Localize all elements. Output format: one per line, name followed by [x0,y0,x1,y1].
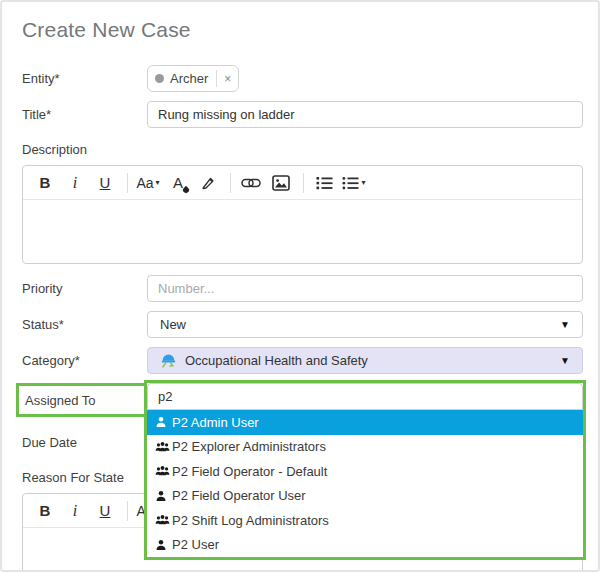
form-row-status: Status* New ▼ [22,311,583,338]
description-label: Description [22,142,583,157]
highlighter-button[interactable] [196,171,220,195]
dropdown-option[interactable]: P2 Explorer Administrators [147,435,583,460]
remove-tag-icon[interactable]: × [224,73,231,85]
option-label: P2 Shift Log Administrators [172,513,329,528]
priority-input[interactable] [147,275,583,302]
category-select[interactable]: Occupational Health and Safety ▼ [147,347,583,374]
entity-field[interactable]: Archer × [147,65,583,92]
color-droplet-icon [182,185,190,193]
option-label: P2 Admin User [172,415,259,430]
user-icon [155,539,172,551]
category-value: Occupational Health and Safety [185,353,368,368]
category-label: Category* [22,353,147,368]
font-size-label: Aa [136,175,153,191]
dropdown-option[interactable]: P2 Shift Log Administrators [147,508,583,533]
ordered-list-icon [316,176,333,190]
toolbar-separator [303,173,304,193]
page-title: Create New Case [22,18,583,42]
bold-button[interactable]: B [33,499,57,523]
title-input[interactable] [147,101,583,128]
toolbar-separator [127,501,128,521]
caret-down-icon: ▾ [361,178,365,187]
form-row-assigned-to: Assigned To P2 Admin User [22,383,583,417]
assigned-to-label-annotation: Assigned To [16,383,147,417]
entity-tag: Archer × [147,65,239,92]
font-color-label: A [173,174,183,191]
user-icon [155,490,172,502]
option-label: P2 Field Operator User [172,488,306,503]
dropdown-option[interactable]: P2 Field Operator - Default [147,459,583,484]
case-form: Entity* Archer × Title* Description B [22,65,583,572]
dropdown-option[interactable]: P2 Admin User [147,410,583,435]
hard-hat-icon [160,352,177,369]
option-label: P2 Explorer Administrators [172,439,326,454]
italic-button[interactable]: i [63,499,87,523]
assigned-to-dropdown: P2 Admin User P2 Explorer Administrators [147,410,583,557]
unordered-list-button[interactable]: ▾ [342,171,366,195]
underline-button[interactable]: U [93,499,117,523]
status-select[interactable]: New ▼ [147,311,583,338]
option-label: P2 Field Operator - Default [172,464,327,479]
image-icon [272,175,290,191]
underline-button[interactable]: U [93,171,117,195]
highlighter-icon [200,175,216,191]
create-case-dialog: Create New Case Entity* Archer × Title* … [0,0,600,572]
assigned-to-input[interactable] [147,383,583,410]
form-row-category: Category* Occupational Health and Safety… [22,347,583,374]
toolbar-separator [127,173,128,193]
users-icon [155,465,172,477]
entity-label: Entity* [22,71,147,86]
status-value: New [160,317,186,332]
user-icon [155,416,172,428]
assigned-to-annotation: P2 Admin User P2 Explorer Administrators [144,380,586,560]
dropdown-arrow-icon: ▼ [560,319,570,330]
form-row-title: Title* [22,101,583,128]
form-row-entity: Entity* Archer × [22,65,583,92]
description-editor: B i U Aa ▾ A [22,165,583,264]
description-editor-body[interactable] [23,200,582,263]
unordered-list-icon [342,176,359,190]
link-icon [241,177,261,189]
bold-button[interactable]: B [33,171,57,195]
toolbar-separator [230,173,231,193]
option-label: P2 User [172,537,219,552]
dropdown-option[interactable]: P2 Field Operator User [147,484,583,509]
due-date-label: Due Date [22,435,147,450]
dropdown-arrow-icon: ▼ [560,355,570,366]
status-label: Status* [22,317,147,332]
dropdown-option[interactable]: P2 User [147,533,583,558]
font-size-button[interactable]: Aa ▾ [136,171,160,195]
font-color-button[interactable]: A [166,171,190,195]
assigned-to-label: Assigned To [25,393,96,408]
caret-down-icon: ▾ [156,178,160,187]
description-editor-toolbar: B i U Aa ▾ A [23,166,582,200]
users-icon [155,514,172,526]
priority-label: Priority [22,281,147,296]
link-button[interactable] [239,171,263,195]
entity-dot-icon [155,74,164,83]
ordered-list-button[interactable] [312,171,336,195]
users-icon [155,441,172,453]
entity-tag-label: Archer [170,71,208,86]
italic-button[interactable]: i [63,171,87,195]
title-label: Title* [22,107,147,122]
form-row-priority: Priority [22,275,583,302]
tag-divider [216,70,217,87]
image-button[interactable] [269,171,293,195]
